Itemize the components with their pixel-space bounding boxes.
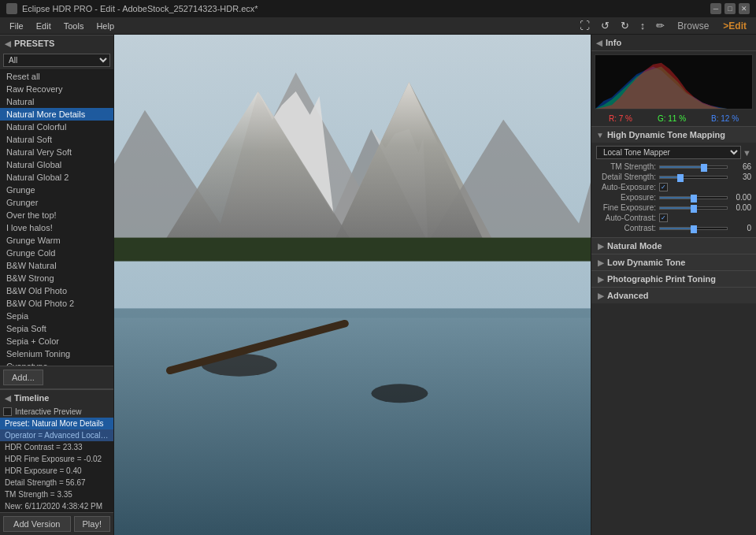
contrast-label: Contrast: xyxy=(596,224,659,232)
tm-strength-track[interactable] xyxy=(659,165,728,169)
menu-tools[interactable]: Tools xyxy=(57,20,91,32)
toolbar-rotate-left[interactable]: ↺ xyxy=(596,18,614,33)
preset-item[interactable]: Cyanotype xyxy=(0,360,113,366)
timeline-item[interactable]: HDR Exposure = 0.40 xyxy=(0,465,113,477)
high-dynamic-content: Local Tone Mapper ▼ TM Strength: 66 Deta… xyxy=(591,143,756,237)
fine-exposure-row: Fine Exposure: 0.00 xyxy=(596,203,751,212)
svg-rect-9 xyxy=(114,238,591,262)
preset-item[interactable]: Grunge Warm xyxy=(0,234,113,247)
preset-item[interactable]: Natural xyxy=(0,95,113,108)
timeline-item[interactable]: Operator = Advanced Local Tone M... xyxy=(0,429,113,441)
contrast-track[interactable] xyxy=(659,227,728,230)
fine-exposure-fill xyxy=(660,207,694,209)
svg-rect-14 xyxy=(114,308,591,318)
preset-item[interactable]: Over the top! xyxy=(0,209,113,221)
interactive-preview-checkbox[interactable] xyxy=(3,407,12,416)
menu-edit[interactable]: Edit xyxy=(30,20,57,32)
preset-item[interactable]: Sepia + Color xyxy=(0,335,113,347)
preset-item[interactable]: B&W Strong xyxy=(0,272,113,284)
tm-strength-label: TM Strength: xyxy=(596,162,659,171)
preset-item[interactable]: Sepia xyxy=(0,310,113,322)
low-dynamic-section[interactable]: ▶ Low Dynamic Tone xyxy=(591,254,756,270)
fine-exposure-track[interactable] xyxy=(659,206,728,210)
app-icon xyxy=(6,3,17,14)
preset-item[interactable]: B&W Natural xyxy=(0,259,113,272)
high-dynamic-header[interactable]: ▼ High Dynamic Tone Mapping xyxy=(591,127,756,143)
contrast-fill xyxy=(660,228,694,229)
play-button[interactable]: Play! xyxy=(74,516,110,532)
toolbar-rotate-right[interactable]: ↻ xyxy=(616,18,634,33)
preset-item[interactable]: I love halos! xyxy=(0,221,113,234)
titlebar-controls: ─ □ ✕ xyxy=(710,3,750,14)
timeline-item[interactable]: HDR Fine Exposure = -0.02 xyxy=(0,453,113,465)
preset-item[interactable]: B&W Old Photo xyxy=(0,284,113,297)
advanced-section[interactable]: ▶ Advanced xyxy=(591,287,756,303)
toolbar-pencil[interactable]: ✏ xyxy=(651,18,669,33)
preset-item[interactable]: B&W Old Photo 2 xyxy=(0,297,113,310)
photographic-section[interactable]: ▶ Photographic Print Toning xyxy=(591,270,756,287)
add-preset-button[interactable]: Add... xyxy=(3,370,43,385)
operator-select[interactable]: Local Tone Mapper xyxy=(596,146,741,159)
preset-item[interactable]: Grunge xyxy=(0,184,113,196)
menu-file[interactable]: File xyxy=(3,20,30,32)
minimize-button[interactable]: ─ xyxy=(710,3,721,14)
menu-help[interactable]: Help xyxy=(90,20,120,32)
timeline-item[interactable]: New: 6/11/2020 4:38:42 PM xyxy=(0,500,113,512)
rgb-red: R: 7 % xyxy=(609,114,632,123)
preset-item[interactable]: Sepia Soft xyxy=(0,322,113,335)
timeline-list[interactable]: Preset: Natural More DetailsOperator = A… xyxy=(0,418,113,512)
detail-strength-label: Detail Strength: xyxy=(596,173,659,181)
preset-item[interactable]: Reset all xyxy=(0,70,113,83)
preset-item[interactable]: Selenium Toning xyxy=(0,347,113,360)
add-version-button[interactable]: Add Version xyxy=(3,516,71,532)
titlebar: Eclipse HDR PRO - Edit - AdobeStock_2527… xyxy=(0,0,756,17)
detail-strength-row: Detail Strength: 30 xyxy=(596,173,751,181)
preset-list[interactable]: Reset allRaw RecoveryNaturalNatural More… xyxy=(0,70,113,366)
exposure-track[interactable] xyxy=(659,196,728,199)
preset-item[interactable]: Natural Global xyxy=(0,158,113,171)
maximize-button[interactable]: □ xyxy=(724,3,736,14)
left-panel: ◀ PRESETS All Reset allRaw RecoveryNatur… xyxy=(0,35,114,535)
natural-mode-arrow-icon: ▶ xyxy=(598,242,604,251)
timeline-item[interactable]: TM Strength = 3.35 xyxy=(0,489,113,500)
tm-strength-fill xyxy=(660,166,704,168)
menubar-right: ⛶ ↺ ↻ ↕ ✏ Browse >Edit xyxy=(575,18,753,33)
timeline-item[interactable]: Preset: Natural More Details xyxy=(0,418,113,429)
auto-exposure-checkbox[interactable] xyxy=(659,183,668,191)
operator-row: Local Tone Mapper ▼ xyxy=(596,146,751,159)
auto-contrast-label: Auto-Contrast: xyxy=(596,214,659,222)
preset-item[interactable]: Natural More Details xyxy=(0,108,113,121)
fine-exposure-label: Fine Exposure: xyxy=(596,203,659,212)
natural-mode-section[interactable]: ▶ Natural Mode xyxy=(591,237,756,254)
timeline-item[interactable]: Detail Strength = 56.67 xyxy=(0,477,113,489)
preset-item[interactable]: Natural Soft xyxy=(0,133,113,146)
rgb-green: G: 11 % xyxy=(658,114,686,123)
exposure-thumb xyxy=(691,195,697,202)
edit-button[interactable]: >Edit xyxy=(717,19,753,33)
preset-item[interactable]: Natural Global 2 xyxy=(0,171,113,184)
preset-item[interactable]: Grunge Cold xyxy=(0,247,113,259)
info-title: Info xyxy=(606,38,621,47)
timeline-item[interactable]: HDR Contrast = 23.33 xyxy=(0,441,113,453)
toolbar-flip[interactable]: ↕ xyxy=(636,18,650,33)
high-dynamic-section: ▼ High Dynamic Tone Mapping Local Tone M… xyxy=(591,126,756,237)
tm-strength-row: TM Strength: 66 xyxy=(596,162,751,171)
preset-item[interactable]: Natural Colorful xyxy=(0,121,113,133)
svg-point-12 xyxy=(371,384,428,403)
timeline-section: ◀ Timeline Interactive Preview Preset: N… xyxy=(0,388,113,535)
timeline-bottom: Add Version Play! xyxy=(0,512,113,535)
preset-item[interactable]: Natural Very Soft xyxy=(0,146,113,158)
auto-contrast-checkbox[interactable] xyxy=(659,214,668,222)
toolbar-expand[interactable]: ⛶ xyxy=(575,18,595,33)
preset-filter[interactable]: All xyxy=(0,51,113,70)
close-button[interactable]: ✕ xyxy=(739,3,750,14)
advanced-arrow-icon: ▶ xyxy=(598,292,604,300)
svg-rect-10 xyxy=(114,308,591,535)
preset-filter-select[interactable]: All xyxy=(3,54,110,67)
preset-item[interactable]: Grunger xyxy=(0,196,113,209)
photographic-arrow-icon: ▶ xyxy=(598,275,604,284)
preset-item[interactable]: Raw Recovery xyxy=(0,83,113,95)
detail-strength-track[interactable] xyxy=(659,176,728,179)
auto-exposure-row: Auto-Exposure: xyxy=(596,183,751,191)
browse-button[interactable]: Browse xyxy=(671,19,715,33)
